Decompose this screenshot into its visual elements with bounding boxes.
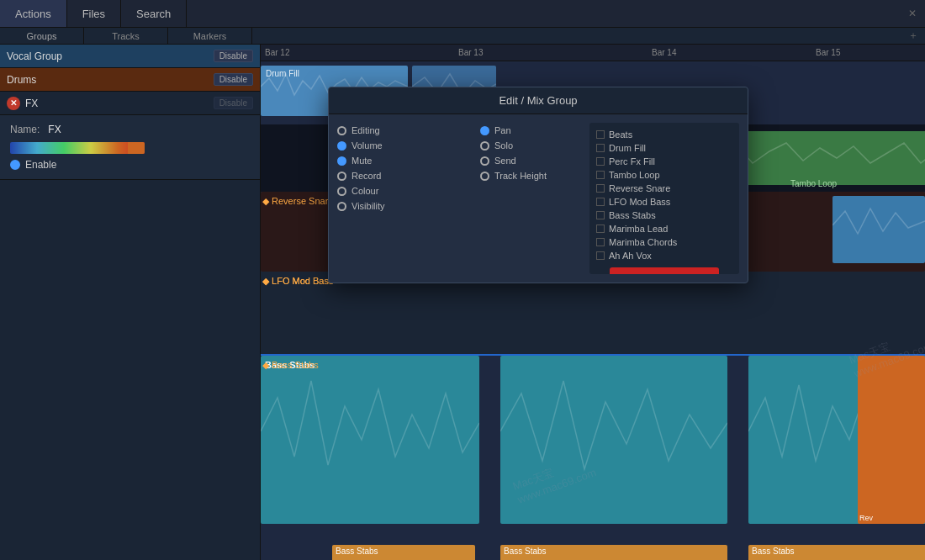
check-percfx[interactable] bbox=[596, 157, 605, 166]
clip-bass-bottom-2[interactable]: Bass Stabs bbox=[500, 545, 727, 560]
option-visibility-label: Visibility bbox=[352, 201, 385, 211]
enable-label: Enable bbox=[25, 159, 56, 171]
option-editing-label: Editing bbox=[352, 125, 380, 135]
option-mute-label: Mute bbox=[352, 156, 372, 166]
radio-mute[interactable] bbox=[337, 156, 346, 166]
sidebar: Vocal Group Disable Drums Disable ✕ FX D… bbox=[0, 45, 261, 560]
option-send[interactable]: Send bbox=[480, 153, 581, 168]
checklist-bassstabs[interactable]: Bass Stabs bbox=[596, 209, 732, 222]
checklist-drumfill[interactable]: Drum Fill bbox=[596, 141, 732, 155]
option-colour[interactable]: Colour bbox=[337, 183, 472, 198]
option-pan-label: Pan bbox=[494, 125, 511, 135]
disable-btn-vocal[interactable]: Disable bbox=[214, 50, 253, 62]
track-row-lfo: ◆ LFO Mod Bass ◆ LFO Mod Bass bbox=[261, 272, 925, 356]
option-editing[interactable]: Editing bbox=[337, 123, 472, 138]
radio-visibility[interactable] bbox=[337, 202, 346, 211]
check-beats[interactable] bbox=[596, 130, 605, 139]
content-area: Bar 12 Bar 13 Bar 14 Bar 15 Bar 16 Drum … bbox=[261, 45, 925, 560]
check-percfx-label: Perc Fx Fill bbox=[609, 156, 655, 166]
checklist-beats[interactable]: Beats bbox=[596, 128, 732, 141]
tambo-label-3: Tambo Loop bbox=[790, 179, 837, 188]
bar-15: Bar 15 bbox=[816, 48, 840, 57]
enable-radio[interactable] bbox=[10, 160, 20, 170]
dialog-options-left: Editing Volume Mute Record bbox=[337, 123, 472, 274]
dialog-checklist: Beats Drum Fill Perc Fx Fill Tambo Loop … bbox=[589, 123, 739, 274]
radio-track-height[interactable] bbox=[480, 172, 489, 181]
bassstabs-label: ◆ Bass Stabs bbox=[262, 360, 319, 371]
group-item-vocal[interactable]: Vocal Group Disable bbox=[0, 45, 260, 68]
check-bassstabs-label: Bass Stabs bbox=[609, 210, 656, 220]
radio-send[interactable] bbox=[480, 156, 489, 166]
option-solo[interactable]: Solo bbox=[480, 138, 581, 153]
group-name-fx: FX bbox=[25, 98, 214, 109]
radio-record[interactable] bbox=[337, 172, 346, 181]
group-item-drums[interactable]: Drums Disable bbox=[0, 68, 260, 92]
tracks-label: Tracks bbox=[84, 28, 168, 44]
group-name-drums: Drums bbox=[7, 74, 214, 86]
option-visibility[interactable]: Visibility bbox=[337, 198, 472, 214]
name-value: FX bbox=[48, 124, 61, 135]
lfo-label-v: ◆ LFO Mod Bass bbox=[262, 276, 333, 287]
color-indicator bbox=[128, 142, 145, 154]
check-lfo[interactable] bbox=[596, 198, 605, 206]
option-track-height[interactable]: Track Height bbox=[480, 168, 581, 183]
check-bassstabs[interactable] bbox=[596, 211, 605, 219]
bar-13: Bar 13 bbox=[458, 48, 483, 57]
add-button[interactable]: ＋ bbox=[901, 28, 925, 44]
dialog-body: Editing Volume Mute Record bbox=[329, 114, 748, 283]
checklist-marimba-chords[interactable]: Marimba Chords bbox=[596, 235, 732, 249]
radio-solo[interactable] bbox=[480, 141, 489, 151]
checklist-ah[interactable]: Ah Ah Vox bbox=[596, 249, 732, 262]
menu-search[interactable]: Search bbox=[121, 0, 187, 27]
bass-stabs-small-1: Bass Stabs bbox=[336, 547, 378, 556]
bass-stabs-text: Bass Stabs bbox=[272, 360, 319, 370]
radio-pan[interactable] bbox=[480, 126, 489, 135]
radio-volume[interactable] bbox=[337, 141, 346, 151]
clip-rev-right[interactable]: Rev bbox=[858, 356, 925, 524]
disable-btn-fx[interactable]: Disable bbox=[214, 97, 253, 109]
track-row-bassstabs: ◆ Bass Stabs Bass Stabs Bass Stabs Bass … bbox=[261, 356, 925, 560]
checklist-percfx[interactable]: Perc Fx Fill bbox=[596, 155, 732, 168]
bass-stabs-small-2: Bass Stabs bbox=[504, 547, 547, 556]
option-mute[interactable]: Mute bbox=[337, 153, 472, 168]
reverse-snare-label-z: ◆ Reverse Snare bbox=[262, 196, 333, 207]
group-item-fx[interactable]: ✕ FX Disable bbox=[0, 92, 260, 115]
check-marimba-chords[interactable] bbox=[596, 238, 605, 246]
close-fx-icon[interactable]: ✕ bbox=[7, 97, 20, 110]
delete-group-button[interactable]: Delete Group bbox=[610, 267, 719, 274]
rs-text: Reverse Snare bbox=[272, 196, 333, 206]
menu-files[interactable]: Files bbox=[67, 0, 121, 27]
dialog-title: Edit / Mix Group bbox=[329, 87, 748, 114]
option-colour-label: Colour bbox=[352, 186, 378, 196]
radio-colour[interactable] bbox=[337, 187, 346, 196]
check-ah[interactable] bbox=[596, 251, 605, 260]
check-tambo-label: Tambo Loop bbox=[609, 170, 660, 180]
check-drumfill[interactable] bbox=[596, 144, 605, 152]
clip-bass-bottom-1[interactable]: Bass Stabs bbox=[332, 545, 475, 560]
check-reverse[interactable] bbox=[596, 184, 605, 193]
close-button[interactable]: ✕ bbox=[908, 0, 925, 27]
checklist-lfo[interactable]: LFO Mod Bass bbox=[596, 195, 732, 209]
menu-actions[interactable]: Actions bbox=[0, 0, 67, 27]
disable-btn-drums[interactable]: Disable bbox=[214, 73, 253, 86]
clip-bass-2[interactable] bbox=[500, 356, 727, 524]
edit-mix-group-dialog: Edit / Mix Group Editing Volume Mute bbox=[328, 87, 748, 283]
option-send-label: Send bbox=[494, 156, 516, 166]
check-tambo[interactable] bbox=[596, 171, 605, 179]
clip-bass-bottom-3[interactable]: Bass Stabs bbox=[748, 545, 925, 560]
option-record[interactable]: Record bbox=[337, 168, 472, 183]
lfo-bg bbox=[261, 272, 925, 356]
checklist-reverse[interactable]: Reverse Snare bbox=[596, 182, 732, 195]
clip-reverse-right[interactable] bbox=[832, 196, 925, 263]
groups-bar: Groups Tracks Markers ＋ bbox=[0, 28, 925, 45]
dialog-options-center: Pan Solo Send Track Height bbox=[480, 123, 581, 274]
option-volume[interactable]: Volume bbox=[337, 138, 472, 153]
radio-editing[interactable] bbox=[337, 126, 346, 135]
color-bar[interactable] bbox=[10, 142, 145, 154]
edit-panel: Name: FX Enable bbox=[0, 115, 260, 180]
checklist-marimba[interactable]: Marimba Lead bbox=[596, 222, 732, 235]
clip-bass-1[interactable]: Bass Stabs bbox=[261, 356, 479, 524]
option-pan[interactable]: Pan bbox=[480, 123, 581, 138]
check-marimba[interactable] bbox=[596, 225, 605, 233]
checklist-tambo[interactable]: Tambo Loop bbox=[596, 168, 732, 182]
